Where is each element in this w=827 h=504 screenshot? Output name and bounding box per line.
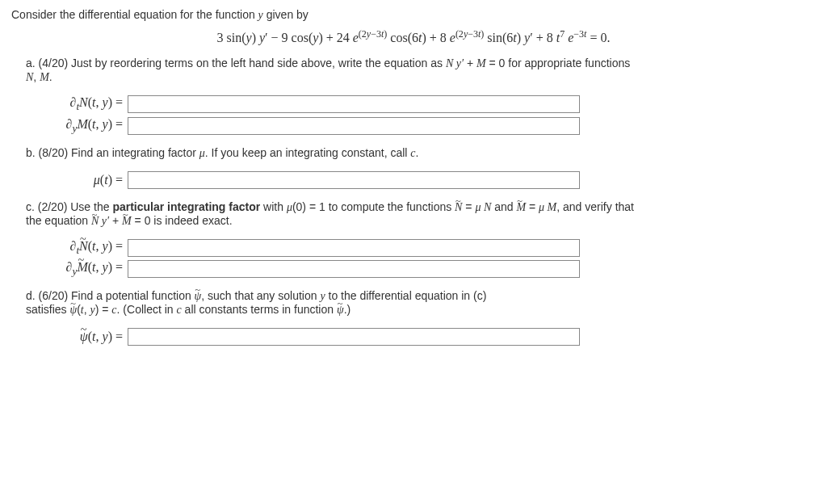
part-c-label: c.	[26, 200, 35, 213]
part-b-label: b.	[26, 146, 36, 159]
part-d-label: d.	[26, 289, 36, 302]
part-d: d. (6/20) Find a potential function ψ, s…	[26, 289, 816, 346]
part-a-row-2: ∂yM(t, y) =	[26, 117, 816, 135]
part-d-row-1: ψ(t, y) =	[26, 328, 816, 346]
part-d-lhs-1: ψ(t, y) =	[26, 330, 128, 344]
part-a-input-1[interactable]	[128, 95, 580, 113]
part-d-input-1[interactable]	[128, 328, 580, 346]
part-b-points: (8/20)	[39, 146, 69, 159]
part-c-row-1: ∂tN(t, y) =	[26, 239, 816, 257]
part-d-points: (6/20)	[39, 289, 69, 302]
part-a-lhs-2: ∂yM(t, y) =	[26, 117, 128, 135]
part-c-row-2: ∂yM(t, y) =	[26, 260, 816, 278]
part-a-input-2[interactable]	[128, 117, 580, 135]
part-a-lhs-1: ∂tN(t, y) =	[26, 95, 128, 113]
part-c-input-1[interactable]	[128, 239, 580, 257]
part-b: b. (8/20) Find an integrating factor μ. …	[26, 146, 816, 189]
part-c-lhs-1: ∂tN(t, y) =	[26, 239, 128, 257]
part-a-points: (4/20)	[39, 57, 69, 69]
part-b-row-1: μ(t) =	[26, 171, 816, 189]
main-equation: 3 sin(y) y′ − 9 cos(y) + 24 e(2y−3t) cos…	[11, 28, 816, 45]
part-c-points: (2/20)	[38, 200, 68, 213]
part-c: c. (2/20) Use the particular integrating…	[26, 200, 816, 278]
part-c-lhs-2: ∂yM(t, y) =	[26, 260, 128, 278]
part-b-lhs-1: μ(t) =	[26, 173, 128, 187]
part-a-row-1: ∂tN(t, y) =	[26, 95, 816, 113]
part-a-label: a.	[26, 57, 36, 69]
part-b-input-1[interactable]	[128, 171, 580, 189]
part-a: a. (4/20) Just by reordering terms on th…	[26, 57, 816, 134]
intro-text: Consider the differential equation for t…	[11, 8, 816, 22]
part-c-input-2[interactable]	[128, 260, 580, 278]
part-c-text-bold: particular integrating factor	[112, 200, 260, 213]
